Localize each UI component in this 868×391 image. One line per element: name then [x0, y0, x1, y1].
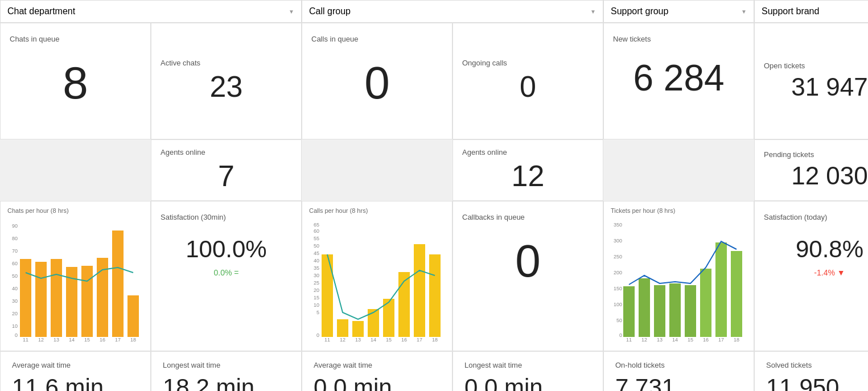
svg-text:12: 12: [38, 337, 44, 343]
svg-rect-43: [368, 309, 379, 337]
svg-text:10: 10: [314, 302, 319, 308]
svg-text:17: 17: [718, 337, 724, 343]
svg-text:11: 11: [23, 337, 28, 343]
chat-department-label: Chat department: [7, 6, 75, 17]
new-tickets-value: 6 284: [633, 58, 724, 98]
chat-avg-wait-value: 11.6 min: [12, 374, 139, 391]
svg-text:250: 250: [614, 254, 622, 260]
chats-in-queue-title: Chats in queue: [10, 35, 59, 43]
svg-rect-71: [731, 251, 742, 337]
ticket-satisfaction-change: -1.4% ▼: [814, 268, 845, 277]
svg-rect-17: [127, 295, 139, 337]
tickets-per-hour-title: Tickets per hour (8 hrs): [611, 207, 747, 214]
calls-chart: 65 60 55 50 45 40 35 30 25 20 15 10 5 0: [309, 217, 445, 345]
svg-text:16: 16: [703, 337, 709, 343]
support-group-filter[interactable]: Support group ▼: [603, 0, 754, 23]
ticket-satisfaction-title: Satisfaction (today): [764, 213, 827, 221]
svg-rect-69: [700, 269, 711, 337]
svg-rect-16: [112, 231, 124, 337]
svg-text:70: 70: [12, 248, 18, 254]
svg-text:350: 350: [614, 222, 622, 228]
support-group-label: Support group: [611, 6, 668, 17]
chat-longest-wait-title: Longest wait time: [163, 361, 290, 369]
svg-text:90: 90: [12, 223, 18, 229]
svg-text:18: 18: [734, 337, 739, 343]
solved-tickets-title: Solved tickets: [766, 361, 868, 369]
svg-text:17: 17: [417, 337, 422, 343]
chat-agents-online-card: Agents online 7: [151, 139, 302, 201]
new-tickets-card: New tickets 6 284: [603, 23, 754, 139]
svg-text:0: 0: [619, 332, 622, 338]
svg-text:15: 15: [688, 337, 693, 343]
pending-tickets-card: Pending tickets 12 030: [754, 139, 868, 201]
chats-in-queue-card: Chats in queue 8: [0, 23, 151, 139]
callbacks-value: 0: [515, 236, 541, 286]
tickets-per-hour-card: Tickets per hour (8 hrs) 350 300 250 200…: [603, 201, 754, 351]
pending-tickets-title: Pending tickets: [764, 150, 814, 159]
svg-text:40: 40: [12, 286, 18, 291]
svg-text:30: 30: [314, 273, 319, 278]
ticket-satisfaction-card: Satisfaction (today) 90.8% -1.4% ▼: [754, 201, 868, 351]
svg-rect-46: [414, 244, 425, 337]
chats-in-queue-value: 8: [63, 58, 88, 108]
chevron-down-icon: ▼: [289, 9, 294, 15]
calls-per-hour-title: Calls per hour (8 hrs): [309, 207, 445, 214]
active-chats-card: Active chats 23: [151, 23, 302, 139]
chat-longest-wait-card: Longest wait time 18.2 min: [151, 351, 302, 391]
support-brand-filter[interactable]: Support brand ▼: [754, 0, 868, 23]
svg-text:150: 150: [614, 286, 622, 291]
calls-agents-online-value: 12: [512, 160, 545, 192]
svg-text:50: 50: [314, 243, 319, 249]
on-hold-tickets-card: On-hold tickets 7 731: [603, 351, 754, 391]
svg-text:50: 50: [616, 318, 622, 323]
ongoing-calls-value: 0: [520, 71, 536, 103]
calls-in-queue-value: 0: [364, 58, 390, 108]
chat-satisfaction-title: Satisfaction (30min): [161, 213, 226, 221]
call-group-filter[interactable]: Call group ▼: [302, 0, 603, 23]
svg-text:0: 0: [15, 332, 18, 338]
svg-rect-65: [639, 278, 650, 337]
svg-text:16: 16: [401, 337, 407, 343]
svg-text:18: 18: [130, 337, 136, 343]
svg-text:200: 200: [614, 270, 622, 275]
svg-text:11: 11: [324, 337, 330, 343]
svg-text:15: 15: [84, 337, 90, 343]
svg-text:30: 30: [12, 298, 18, 304]
calls-avg-wait-title: Average wait time: [314, 361, 441, 369]
svg-text:12: 12: [340, 337, 345, 343]
svg-text:100: 100: [614, 302, 622, 307]
svg-text:12: 12: [641, 337, 647, 343]
svg-rect-11: [35, 262, 47, 337]
new-tickets-title: New tickets: [613, 35, 651, 43]
svg-text:40: 40: [314, 258, 319, 264]
svg-text:15: 15: [386, 337, 392, 343]
svg-text:17: 17: [115, 337, 121, 343]
on-hold-tickets-value: 7 731: [615, 374, 742, 391]
pending-tickets-value: 12 030: [791, 162, 868, 190]
ongoing-calls-card: Ongoing calls 0: [452, 23, 603, 139]
active-chats-value: 23: [210, 71, 243, 103]
chat-agents-online-title: Agents online: [161, 148, 205, 157]
chevron-down-icon: ▼: [741, 9, 747, 15]
svg-text:60: 60: [12, 261, 18, 266]
svg-text:10: 10: [12, 323, 18, 329]
calls-agents-online-card: Agents online 12: [452, 139, 603, 201]
svg-text:14: 14: [69, 337, 75, 343]
chat-longest-wait-value: 18.2 min: [163, 374, 290, 391]
calls-longest-wait-value: 0.0 min: [464, 374, 591, 391]
chat-chart: 90 80 70 60 50 40 30 20 10 0: [7, 217, 143, 345]
chat-satisfaction-card: Satisfaction (30min) 100.0% 0.0% =: [151, 201, 302, 351]
callbacks-title: Callbacks in queue: [462, 213, 525, 221]
calls-longest-wait-card: Longest wait time 0.0 min: [452, 351, 603, 391]
calls-in-queue-card: Calls in queue 0: [302, 23, 452, 139]
solved-tickets-card: Solved tickets 11 950: [754, 351, 868, 391]
svg-text:5: 5: [316, 310, 319, 315]
solved-tickets-value: 11 950: [766, 374, 868, 391]
svg-text:0: 0: [316, 332, 319, 338]
svg-text:35: 35: [314, 265, 319, 271]
active-chats-title: Active chats: [161, 59, 200, 67]
chat-department-filter[interactable]: Chat department ▼: [0, 0, 302, 23]
svg-rect-12: [51, 259, 62, 337]
svg-rect-14: [81, 266, 93, 337]
svg-rect-70: [715, 242, 727, 337]
